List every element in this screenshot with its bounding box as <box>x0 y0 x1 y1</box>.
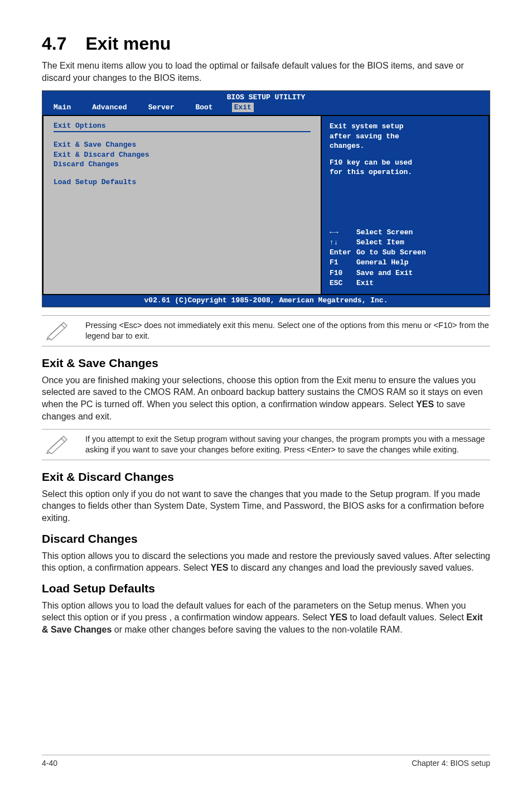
key-label: F1 <box>330 258 356 268</box>
key-desc: Save and Exit <box>356 269 413 277</box>
heading-load-defaults: Load Setup Defaults <box>42 582 490 595</box>
key-label: ←→ <box>330 228 356 238</box>
bios-left-panel: Exit Options Exit & Save Changes Exit & … <box>42 115 321 295</box>
bios-footer: v02.61 (C)Copyright 1985-2008, American … <box>42 295 490 307</box>
page-number: 4-40 <box>42 759 57 768</box>
bios-header-title: BIOS SETUP UTILITY <box>42 91 490 103</box>
title-number: 4.7 <box>42 33 66 54</box>
body-exit-discard: Select this option only if you do not wa… <box>42 488 490 524</box>
bios-tab-server[interactable]: Server <box>146 103 177 112</box>
key-label: Enter <box>330 248 356 258</box>
bios-key-legend: ←→Select Screen ↑↓Select Item EnterGo to… <box>330 228 481 288</box>
page-footer: 4-40 Chapter 4: BIOS setup <box>42 755 490 768</box>
bios-help-text: Exit system setup after saving the chang… <box>330 122 481 177</box>
note-text: Pressing <Esc> does not immediately exit… <box>85 320 490 341</box>
bios-section-underline <box>54 131 311 132</box>
heading-discard: Discard Changes <box>42 532 490 546</box>
key-desc: General Help <box>356 258 409 267</box>
bios-item-load-defaults[interactable]: Load Setup Defaults <box>54 177 311 187</box>
bios-item-exit-save[interactable]: Exit & Save Changes <box>54 140 311 150</box>
key-desc: Select Screen <box>356 228 413 237</box>
bios-help-line: Exit system setup <box>330 122 481 132</box>
heading-exit-save: Exit & Save Changes <box>42 356 490 370</box>
note-block: If you attempt to exit the Setup program… <box>42 429 490 460</box>
bios-body: Exit Options Exit & Save Changes Exit & … <box>42 115 490 295</box>
bios-panel: BIOS SETUP UTILITY Main Advanced Server … <box>42 90 490 307</box>
svg-line-0 <box>50 324 62 335</box>
page-title: 4.7Exit menu <box>42 33 490 54</box>
key-label: ESC <box>330 278 356 288</box>
bios-tab-advanced[interactable]: Advanced <box>90 103 129 112</box>
bios-tab-boot[interactable]: Boot <box>193 103 215 112</box>
key-desc: Go to Sub Screen <box>356 248 426 257</box>
note-block: Pressing <Esc> does not immediately exit… <box>42 315 490 346</box>
title-text: Exit menu <box>85 33 171 54</box>
bios-help-line: changes. <box>330 141 481 151</box>
svg-line-1 <box>50 437 62 448</box>
heading-exit-discard: Exit & Discard Changes <box>42 470 490 484</box>
body-exit-save: Once you are finished making your select… <box>42 374 490 422</box>
bios-item-exit-discard[interactable]: Exit & Discard Changes <box>54 150 311 160</box>
intro-paragraph: The Exit menu items allow you to load th… <box>42 60 490 84</box>
bios-tab-bar: Main Advanced Server Boot Exit <box>42 103 490 115</box>
key-label: ↑↓ <box>330 238 356 248</box>
bios-item-discard[interactable]: Discard Changes <box>54 160 311 170</box>
body-load-defaults: This option allows you to load the defau… <box>42 600 490 636</box>
bios-right-panel: Exit system setup after saving the chang… <box>321 115 490 295</box>
note-text: If you attempt to exit the Setup program… <box>85 434 490 455</box>
bios-tab-main[interactable]: Main <box>51 103 73 112</box>
key-label: F10 <box>330 268 356 278</box>
bios-section-title: Exit Options <box>54 122 311 130</box>
body-discard: This option allows you to discard the se… <box>42 550 490 574</box>
bios-help-line: after saving the <box>330 132 481 142</box>
bios-help-line: F10 key can be used <box>330 158 481 168</box>
pencil-icon <box>42 320 73 340</box>
bios-help-line: for this operation. <box>330 167 481 177</box>
key-desc: Select Item <box>356 238 404 247</box>
key-desc: Exit <box>356 279 374 287</box>
pencil-icon <box>42 434 73 454</box>
bios-tab-exit[interactable]: Exit <box>232 103 254 112</box>
chapter-label: Chapter 4: BIOS setup <box>412 759 490 768</box>
